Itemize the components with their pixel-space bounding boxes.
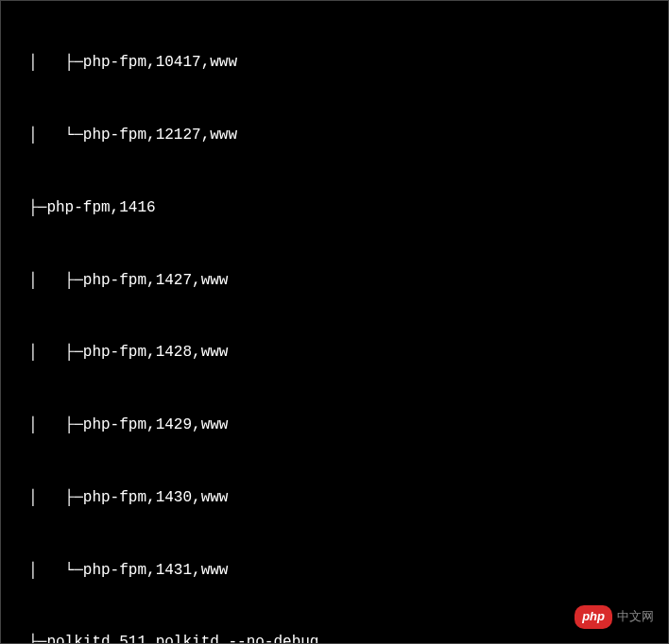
- tree-line: │ ├─php-fpm,1429,www: [10, 414, 659, 438]
- tree-line: │ └─php-fpm,12127,www: [10, 124, 659, 148]
- terminal-output: │ ├─php-fpm,10417,www │ └─php-fpm,12127,…: [1, 1, 668, 644]
- tree-line: │ ├─php-fpm,10417,www: [10, 51, 659, 76]
- tree-line: │ └─php-fpm,1431,www: [10, 559, 659, 584]
- tree-line: │ ├─php-fpm,1427,www: [10, 269, 659, 294]
- watermark-text: 中文网: [617, 607, 654, 627]
- watermark: php 中文网: [575, 605, 654, 629]
- tree-line: │ ├─php-fpm,1430,www: [10, 486, 659, 511]
- tree-line: ├─php-fpm,1416: [10, 196, 659, 221]
- tree-line: ├─polkitd,511,polkitd --no-debug: [10, 631, 659, 644]
- tree-line: │ ├─php-fpm,1428,www: [10, 341, 659, 365]
- watermark-badge: php: [575, 605, 612, 629]
